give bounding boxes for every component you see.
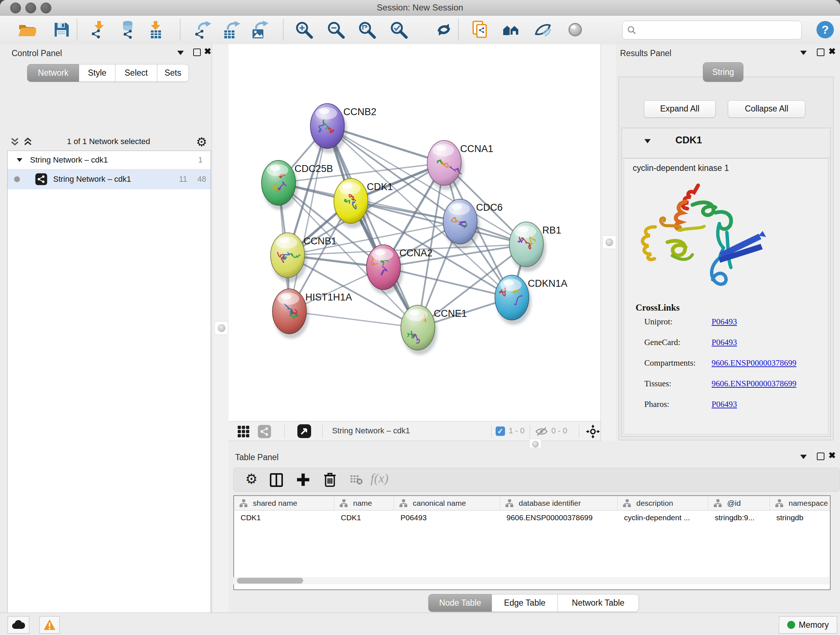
show-hide-graphics-details-icon[interactable] xyxy=(533,20,552,39)
export-table-icon[interactable] xyxy=(221,20,240,39)
delete-table-icon[interactable] xyxy=(350,475,363,485)
results-tab-string[interactable]: String xyxy=(703,62,744,82)
crosslink-uniprot[interactable]: P06493 xyxy=(712,317,737,326)
table-tab-edge-table[interactable]: Edge Table xyxy=(492,594,558,612)
zoom-in-icon[interactable] xyxy=(294,20,313,39)
cell-database-identifier[interactable]: 9606.ENSP00000378699 xyxy=(500,510,617,525)
bottom-splitter[interactable] xyxy=(229,441,840,448)
crosslink-compartments[interactable]: 9606.ENSP00000378699 xyxy=(712,358,797,367)
column-header-name[interactable]: name xyxy=(334,496,394,510)
node-gloss xyxy=(319,108,329,114)
results-panel-title: Results Panel xyxy=(620,49,671,58)
selected-checkbox-icon[interactable]: ✓ xyxy=(496,426,505,436)
network-edge-CCNB2-HIST1H1A[interactable] xyxy=(289,126,327,311)
column-header-label: name xyxy=(353,499,372,508)
table-tab-node-table[interactable]: Node Table xyxy=(428,594,492,612)
export-network-icon[interactable] xyxy=(193,20,212,39)
cell-id[interactable]: stringdb:9... xyxy=(708,510,770,525)
function-builder-icon[interactable]: f(x) xyxy=(370,470,388,486)
cell-namespace[interactable]: stringdb xyxy=(770,510,831,525)
column-header-database-identifier[interactable]: database identifier xyxy=(500,496,617,510)
crosslink-row: GeneCard:P06493 xyxy=(644,338,818,358)
hidden-eye-icon[interactable] xyxy=(535,426,548,437)
cell-canonical-name[interactable]: P06493 xyxy=(394,510,500,525)
save-session-icon[interactable] xyxy=(52,20,71,39)
import-network-from-database-icon[interactable] xyxy=(118,20,137,39)
export-image-icon[interactable] xyxy=(249,20,268,39)
toolbar-separator xyxy=(77,19,77,40)
control-tab-select[interactable]: Select xyxy=(115,64,157,82)
network-graph[interactable]: CCNB2CCNA1CDC25BCDK1CDC6RB1CCNB1CCNA2CDK… xyxy=(229,44,600,421)
crosslink-tissues[interactable]: 9606.ENSP00000378699 xyxy=(712,379,797,388)
panel-close-icon[interactable]: ✖ xyxy=(829,452,836,459)
control-tab-sets[interactable]: Sets xyxy=(157,64,189,82)
cell-shared-name[interactable]: CDK1 xyxy=(234,510,334,525)
share-network-icon[interactable] xyxy=(257,424,271,439)
panel-menu-icon[interactable] xyxy=(800,51,807,55)
column-header-description[interactable]: description xyxy=(617,496,708,510)
column-header-shared-name[interactable]: shared name xyxy=(234,496,334,510)
section-collapse-icon[interactable] xyxy=(644,139,651,143)
show-columns-icon[interactable] xyxy=(270,473,283,487)
import-network-from-file-icon[interactable] xyxy=(90,20,109,39)
panel-float-icon[interactable] xyxy=(817,49,824,56)
panel-float-icon[interactable] xyxy=(817,453,824,460)
zoom-out-icon[interactable] xyxy=(326,20,345,39)
column-header-id[interactable]: @id xyxy=(708,496,770,510)
network-options-gear-icon[interactable]: ⚙ xyxy=(196,135,207,149)
panel-float-icon[interactable] xyxy=(193,49,201,56)
panel-menu-icon[interactable] xyxy=(177,51,184,55)
highlight-eye-icon[interactable] xyxy=(566,20,584,39)
cell-name[interactable]: CDK1 xyxy=(334,510,394,525)
table-hscrollbar-track[interactable] xyxy=(233,577,829,584)
collapse-all-icon[interactable] xyxy=(10,137,19,147)
import-table-from-file-icon[interactable] xyxy=(146,20,165,39)
zoom-selected-region-icon[interactable] xyxy=(389,20,408,39)
search-input[interactable] xyxy=(640,22,797,38)
network-tree-row-selected[interactable]: String Network – cdk1 11 48 xyxy=(8,169,210,189)
network-view-canvas[interactable]: CCNB2CCNA1CDC25BCDK1CDC6RB1CCNB1CCNA2CDK… xyxy=(229,44,600,421)
splitter-grip[interactable] xyxy=(215,321,228,335)
memory-button[interactable]: Memory xyxy=(779,616,837,633)
control-tab-style[interactable]: Style xyxy=(79,64,115,82)
table-settings-gear-icon[interactable]: ⚙ xyxy=(245,471,257,487)
splitter-grip[interactable] xyxy=(602,235,616,249)
network-node-label: CDKN1A xyxy=(528,278,568,289)
cell-description[interactable]: cyclin-dependent ... xyxy=(617,510,708,525)
first-neighbors-houses-icon[interactable] xyxy=(501,20,520,39)
results-section-content: cyclin-dependent kinase 1 xyxy=(624,158,829,434)
network-tree-root-row[interactable]: String Network – cdk1 1 xyxy=(8,151,210,169)
add-column-icon[interactable] xyxy=(296,472,310,487)
panel-close-icon[interactable]: ✖ xyxy=(829,48,836,55)
panel-close-icon[interactable]: ✖ xyxy=(204,48,211,55)
panel-menu-icon[interactable] xyxy=(800,455,807,459)
apply-preferred-layout-icon[interactable] xyxy=(434,20,453,39)
warnings-button[interactable] xyxy=(39,616,60,633)
delete-column-trash-icon[interactable] xyxy=(324,472,336,487)
zoom-fit-content-icon[interactable] xyxy=(357,20,376,39)
new-network-from-selection-icon[interactable] xyxy=(471,20,489,39)
crosslink-pharos[interactable]: P06493 xyxy=(712,400,737,409)
cloud-button[interactable] xyxy=(8,616,29,633)
right-splitter[interactable] xyxy=(600,44,616,441)
left-splitter[interactable] xyxy=(212,44,229,613)
crosshair-icon[interactable] xyxy=(586,424,600,439)
tree-expander-icon[interactable] xyxy=(17,158,22,162)
table-hscrollbar-thumb[interactable] xyxy=(237,578,303,584)
table-tab-network-table[interactable]: Network Table xyxy=(557,594,639,612)
node-gloss xyxy=(343,183,353,189)
column-header-canonical-name[interactable]: canonical name xyxy=(394,496,500,510)
grid-view-icon[interactable] xyxy=(237,425,249,438)
strip-separator xyxy=(530,424,530,438)
control-tab-network[interactable]: Network xyxy=(27,64,79,82)
collapse-all-button[interactable]: Collapse All xyxy=(728,100,805,118)
open-session-icon[interactable] xyxy=(17,20,36,39)
column-type-icon xyxy=(399,499,408,508)
help-icon[interactable]: ? xyxy=(816,20,835,39)
node-gloss xyxy=(375,249,385,255)
expand-all-button[interactable]: Expand All xyxy=(644,100,715,118)
column-header-namespace[interactable]: namespace xyxy=(770,496,831,510)
crosslink-genecard[interactable]: P06493 xyxy=(712,338,737,347)
open-in-new-icon[interactable] xyxy=(297,424,311,439)
expand-all-icon[interactable] xyxy=(23,137,33,147)
